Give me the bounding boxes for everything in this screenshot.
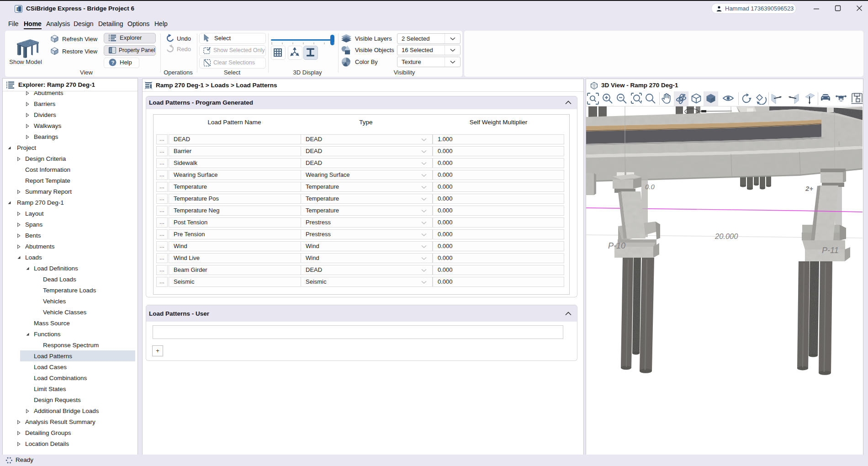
svg-text:?: ? <box>111 60 115 65</box>
svg-text:B: B <box>16 6 20 12</box>
svg-text:20.000: 20.000 <box>715 232 738 240</box>
svg-text:P-10: P-10 <box>608 241 625 250</box>
svg-text:0.0: 0.0 <box>645 183 655 191</box>
svg-text:P-11: P-11 <box>822 246 839 255</box>
svg-text:2+: 2+ <box>805 185 813 192</box>
